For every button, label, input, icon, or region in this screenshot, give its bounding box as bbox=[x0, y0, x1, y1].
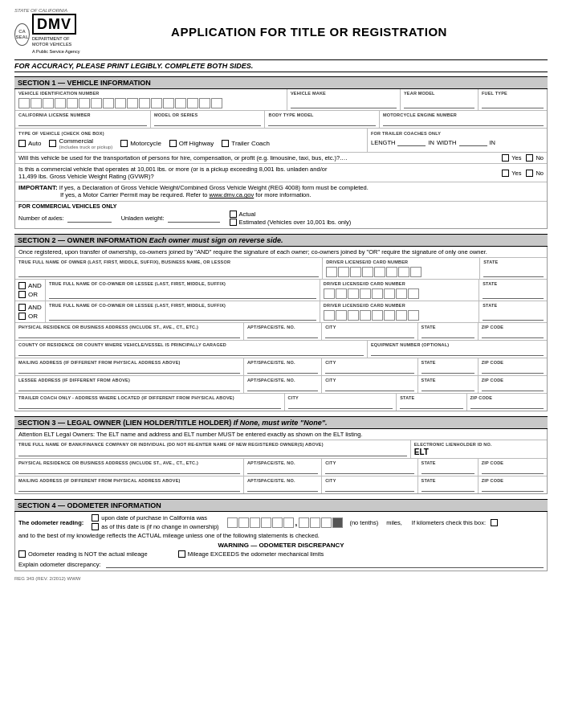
co2-dl-box-3[interactable] bbox=[348, 310, 359, 321]
not-actual-cb-box[interactable] bbox=[18, 550, 26, 558]
coowner1-value[interactable] bbox=[49, 287, 316, 299]
trailer-zip-value[interactable] bbox=[470, 401, 544, 409]
dl-box-7[interactable] bbox=[398, 267, 409, 277]
mailing-city-value[interactable] bbox=[325, 366, 413, 374]
odo-box-3[interactable] bbox=[250, 517, 260, 528]
vin-box-7[interactable] bbox=[91, 98, 102, 108]
trailercoach-checkbox[interactable]: Trailer Coach bbox=[222, 140, 270, 147]
odo-box-8[interactable] bbox=[310, 517, 320, 528]
trailercoach-cb-box[interactable] bbox=[222, 140, 229, 147]
lessee-apt-value[interactable] bbox=[247, 383, 318, 391]
coowner2-value[interactable] bbox=[49, 309, 316, 321]
vin-box-10[interactable] bbox=[127, 98, 138, 108]
commercial-no[interactable]: No bbox=[526, 170, 544, 177]
dl-box-3[interactable] bbox=[350, 267, 361, 277]
not-actual-cb[interactable]: Odometer reading is NOT the actual milea… bbox=[18, 550, 148, 558]
coowner1-state-value[interactable] bbox=[483, 287, 544, 299]
exceeds-cb-box[interactable] bbox=[178, 550, 185, 558]
vin-box-16[interactable] bbox=[199, 98, 210, 108]
zip-value[interactable] bbox=[482, 330, 544, 338]
owner-state-value[interactable] bbox=[483, 265, 544, 277]
trailer-state-value[interactable] bbox=[400, 401, 462, 409]
coowner2-state-value[interactable] bbox=[483, 309, 544, 321]
mailing-state-value[interactable] bbox=[422, 366, 474, 374]
hire-no[interactable]: No bbox=[526, 154, 544, 162]
s3-address-value[interactable] bbox=[18, 466, 240, 474]
as-of-date-cb[interactable]: as of this date is (if no change in owne… bbox=[92, 523, 218, 530]
s3-zip-value[interactable] bbox=[482, 466, 544, 474]
co1-dl-box-3[interactable] bbox=[348, 288, 359, 299]
motorcycle-checkbox[interactable]: Motorcycle bbox=[120, 140, 161, 147]
odo-box-7[interactable] bbox=[299, 517, 309, 528]
s3-mailing-state-value[interactable] bbox=[422, 484, 474, 492]
co2-dl-box-4[interactable] bbox=[360, 310, 371, 321]
co2-dl-box-6[interactable] bbox=[384, 310, 395, 321]
hire-yes[interactable]: Yes bbox=[502, 154, 521, 162]
dl-box-4[interactable] bbox=[362, 267, 373, 277]
km-cb-box[interactable] bbox=[491, 519, 498, 526]
hire-no-cb[interactable] bbox=[526, 154, 533, 162]
odo-box-1[interactable] bbox=[227, 517, 238, 528]
co2-dl-box-2[interactable] bbox=[336, 310, 347, 321]
vin-box-3[interactable] bbox=[43, 98, 54, 108]
s3-apt-value[interactable] bbox=[247, 466, 318, 474]
or1-cb-box[interactable] bbox=[18, 291, 26, 298]
commercial-yes[interactable]: Yes bbox=[502, 170, 521, 177]
vin-box-5[interactable] bbox=[67, 98, 78, 108]
co2-dl-box-1[interactable] bbox=[324, 310, 335, 321]
commercial-no-cb[interactable] bbox=[526, 170, 533, 177]
auto-cb-box[interactable] bbox=[18, 140, 26, 147]
engine-value[interactable] bbox=[383, 118, 544, 126]
co1-dl-box-5[interactable] bbox=[372, 288, 383, 299]
vin-box-12[interactable] bbox=[151, 98, 162, 108]
year-value[interactable] bbox=[404, 96, 474, 108]
s3-state-value[interactable] bbox=[422, 466, 474, 474]
state-value[interactable] bbox=[422, 330, 474, 338]
mailing-apt-value[interactable] bbox=[247, 366, 318, 374]
dl-box-1[interactable] bbox=[326, 267, 337, 277]
or2-cb[interactable]: OR bbox=[18, 313, 42, 320]
dl-box-6[interactable] bbox=[386, 267, 397, 277]
vin-box-17[interactable] bbox=[211, 98, 222, 108]
and2-cb[interactable]: AND bbox=[18, 304, 42, 311]
odo-box-2[interactable] bbox=[238, 517, 249, 528]
lessee-city-value[interactable] bbox=[325, 383, 413, 391]
upon-purchase-cb[interactable]: upon date of purchase in California was bbox=[92, 514, 218, 521]
estimated-cb[interactable]: Estimated (Vehicles over 10,001 lbs. onl… bbox=[230, 219, 352, 226]
dl-box-2[interactable] bbox=[338, 267, 349, 277]
vin-box-14[interactable] bbox=[175, 98, 186, 108]
fuel-value[interactable] bbox=[482, 96, 544, 108]
address-value[interactable] bbox=[18, 330, 240, 338]
license-value[interactable] bbox=[18, 118, 147, 126]
bank-value[interactable] bbox=[18, 448, 407, 456]
co1-dl-box-7[interactable] bbox=[396, 288, 407, 299]
s3-mailing-zip-value[interactable] bbox=[482, 484, 544, 492]
or2-cb-box[interactable] bbox=[18, 313, 26, 320]
commercial-cb-box[interactable] bbox=[49, 140, 56, 147]
vin-box-2[interactable] bbox=[31, 98, 42, 108]
trailer-city-value[interactable] bbox=[288, 401, 393, 409]
lessee-zip-value[interactable] bbox=[482, 383, 544, 391]
estimated-cb-box[interactable] bbox=[230, 219, 237, 226]
hire-yes-cb[interactable] bbox=[502, 154, 509, 162]
make-value[interactable] bbox=[291, 96, 397, 108]
vin-box-11[interactable] bbox=[139, 98, 150, 108]
co1-dl-box-4[interactable] bbox=[360, 288, 371, 299]
odo-box-9[interactable] bbox=[321, 517, 332, 528]
dl-boxes[interactable] bbox=[326, 267, 476, 277]
and1-cb[interactable]: AND bbox=[18, 282, 42, 289]
commercial-checkbox[interactable]: Commercial (includes truck or pickup) bbox=[49, 137, 112, 149]
owner-name-value[interactable] bbox=[18, 265, 319, 277]
equipment-value[interactable] bbox=[371, 348, 544, 356]
explain-value[interactable] bbox=[106, 560, 544, 568]
trailer-address-value[interactable] bbox=[18, 401, 281, 409]
unladen-value[interactable] bbox=[168, 215, 220, 223]
vin-boxes[interactable] bbox=[18, 98, 283, 108]
actual-cb-box[interactable] bbox=[230, 211, 237, 218]
odo-box-4[interactable] bbox=[261, 517, 271, 528]
offhighway-checkbox[interactable]: Off Highway bbox=[169, 140, 214, 147]
mailing-zip-value[interactable] bbox=[482, 366, 544, 374]
s3-city-value[interactable] bbox=[325, 466, 413, 474]
upon-cb-box[interactable] bbox=[92, 514, 99, 521]
odo-box-6[interactable] bbox=[283, 517, 294, 528]
